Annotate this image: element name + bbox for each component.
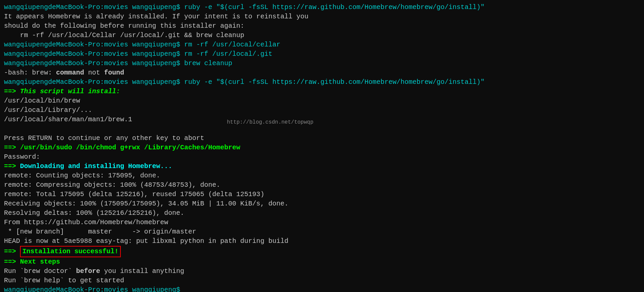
terminal-line: ==> Downloading and installing Homebrew.… — [4, 162, 640, 171]
terminal-line: Run `brew doctor` before you install any… — [4, 267, 640, 276]
terminal-line: wangqiupengdeMacBook-Pro:movies wangqiup… — [4, 59, 640, 68]
terminal-line: remote: Compressing objects: 100% (48753… — [4, 180, 640, 190]
installation-success-badge: Installation successful! — [20, 246, 121, 257]
terminal-line: should do the following before running t… — [4, 21, 640, 31]
watermark: http://blog.csdn.net/topwqp — [227, 119, 313, 126]
terminal-line: ==> Next steps — [4, 257, 640, 267]
terminal-line: remote: Counting objects: 175095, done. — [4, 171, 640, 180]
terminal-installation-success-line: ==> Installation successful! — [4, 246, 640, 257]
terminal-line: rm -rf /usr/local/Cellar /usr/local/.git… — [4, 31, 640, 40]
terminal-line: wangqiupengdeMacBook-Pro:movies wangqiup… — [4, 78, 640, 87]
terminal-line: Receiving objects: 100% (175095/175095),… — [4, 199, 640, 208]
terminal-line: wangqiupengdeMacBook-Pro:movies wangqiup… — [4, 49, 640, 59]
terminal-line: * [new branch] master -> origin/master — [4, 227, 640, 237]
terminal-line: Press RETURN to continue or any other ke… — [4, 134, 640, 143]
terminal-line: wangqiupengdeMacBook-Pro:movies wangqiup… — [4, 40, 640, 49]
terminal-line: Run `brew help` to get started — [4, 276, 640, 285]
terminal-prompt: wangqiupengdeMacBook-Pro:movies wangqiup… — [4, 285, 640, 292]
terminal-line: /usr/local/bin/brew — [4, 96, 640, 106]
terminal-line: It appears Homebrew is already installed… — [4, 12, 640, 21]
terminal-line: ==> /usr/bin/sudo /bin/chmod g+rwx /Libr… — [4, 143, 640, 152]
terminal-line: From https://github.com/Homebrew/homebre… — [4, 218, 640, 227]
terminal-line: remote: Total 175095 (delta 125216), reu… — [4, 190, 640, 199]
terminal-line: /usr/local/share/man/man1/brew.1 — [4, 115, 640, 124]
terminal-line: -bash: brew: command not found — [4, 68, 640, 78]
terminal-line: HEAD is now at 5ae5988 easy-tag: put lib… — [4, 237, 640, 246]
terminal-window: wangqiupengdeMacBook-Pro:movies wangqiup… — [0, 0, 644, 292]
terminal-line: Password: — [4, 152, 640, 162]
terminal-line: /usr/local/Library/... — [4, 106, 640, 115]
terminal-line — [4, 124, 640, 134]
terminal-line: wangqiupengdeMacBook-Pro:movies wangqiup… — [4, 3, 640, 12]
terminal-line: ==> This script will install: — [4, 87, 640, 96]
terminal-line: Resolving deltas: 100% (125216/125216), … — [4, 208, 640, 218]
